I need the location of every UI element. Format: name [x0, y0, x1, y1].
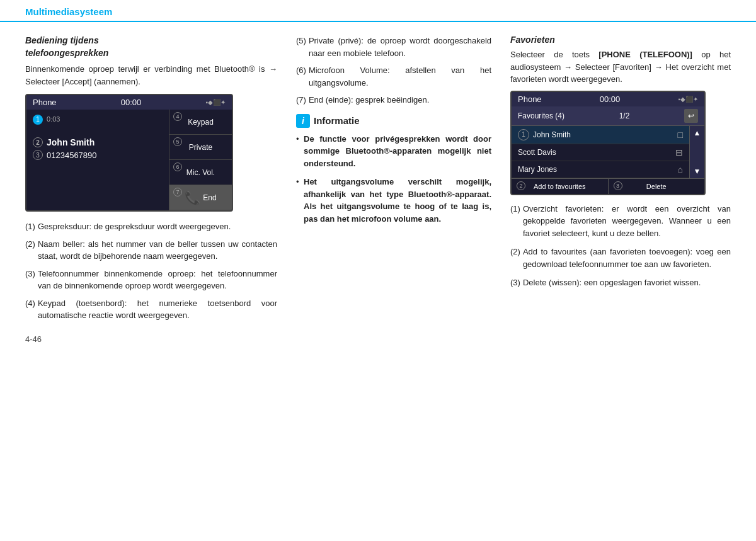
- fav-scroll-bar: ▲ ▼: [689, 126, 704, 178]
- private-btn-num: 5: [173, 137, 182, 146]
- right-intro-text: Selecteer de toets [PHONE (TELEFOON)] op…: [510, 48, 731, 86]
- list-item-num: (7): [296, 94, 306, 106]
- phone-btn-micvol[interactable]: 6 Mic. Vol.: [169, 160, 232, 185]
- fav-contact-row-2[interactable]: Scott Davis ⊟: [512, 144, 689, 161]
- fav-contact-left: Scott Davis: [518, 148, 556, 157]
- fav-subheader-label: Favourites (4): [518, 111, 564, 120]
- list-item: (3) Delete (wissen): een opgeslagen favo…: [510, 276, 731, 289]
- timer-label: 0:03: [47, 115, 60, 123]
- mid-numbered-list: (5) Private (privé): de oproep wordt doo…: [296, 35, 491, 106]
- fav-contacts-area: 1 John Smith □ Scott Davis ⊟ Mary Jone: [512, 126, 704, 178]
- micvol-btn-num: 6: [173, 162, 182, 171]
- list-item: (2) Add to favourites (aan favorieten to…: [510, 246, 731, 270]
- list-item-text: Microfoon Volume: afstellen van het uitg…: [309, 64, 491, 89]
- fav-contact-name-3: Mary Jones: [518, 165, 557, 174]
- fav-contact-row-1[interactable]: 1 John Smith □: [512, 126, 689, 144]
- list-item-text: Delete (wissen): een opgeslagen favoriet…: [523, 276, 701, 289]
- fav-delete-btn-num: 3: [614, 181, 622, 190]
- list-item: (1) Overzicht favorieten: er wordt een o…: [510, 203, 731, 240]
- fav-contact-icon-1: □: [678, 130, 683, 140]
- fav-add-btn[interactable]: 2 Add to favourites: [512, 179, 609, 194]
- list-item-num: (3): [510, 276, 520, 289]
- list-item: (4) Keypad (toetsenbord): het numerieke …: [25, 297, 277, 322]
- phone-left-panel: 1 0:03 2 John Smith 3 01234567890: [26, 110, 169, 210]
- list-item-num: (2): [510, 246, 520, 270]
- fav-add-btn-label: Add to favourites: [534, 183, 586, 190]
- info-header: i Informatie: [296, 114, 491, 128]
- list-item-text: Gespreksduur: de gespreksduur wordt weer…: [38, 220, 231, 233]
- list-item-num: (5): [296, 35, 306, 59]
- phone-btn-end[interactable]: 7 📞 End: [169, 185, 232, 210]
- phone-header-icons: ▪◆⬛✦: [205, 99, 226, 106]
- list-item-num: (2): [25, 238, 35, 263]
- fav-header: Phone 00:00 ▪◆⬛✦: [512, 92, 704, 106]
- list-item-text: Private (privé): de oproep wordt doorges…: [309, 35, 491, 59]
- page-number: 4-46: [25, 334, 277, 344]
- fav-delete-btn[interactable]: 3 Delete: [609, 179, 705, 194]
- list-item: (7) End (einde): gesprek beëindigen.: [296, 94, 491, 106]
- phone-right-panel: 4 Keypad 5 Private 6 Mic. Vol. 7 📞 En: [169, 110, 232, 210]
- list-item: (5) Private (privé): de oproep wordt doo…: [296, 35, 491, 59]
- left-column: Bediening tijdens telefoongesprekken Bin…: [25, 35, 290, 344]
- list-item: (6) Microfoon Volume: afstellen van het …: [296, 64, 491, 89]
- fav-back-button[interactable]: ↩: [684, 109, 698, 123]
- list-item-num: (4): [25, 297, 35, 322]
- fav-contact-name-2: Scott Davis: [518, 148, 556, 157]
- fav-delete-btn-label: Delete: [646, 183, 667, 190]
- phone-btn-keypad[interactable]: 4 Keypad: [169, 110, 232, 135]
- fav-contact-icon-3: ⌂: [678, 164, 683, 174]
- left-section-heading: Bediening tijdens telefoongesprekken: [25, 35, 277, 59]
- main-content: Bediening tijdens telefoongesprekken Bin…: [0, 22, 756, 356]
- info-bullet-text: De functie voor privégesprekken wordt do…: [304, 134, 491, 168]
- fav-scroll-down-btn[interactable]: ▼: [694, 167, 701, 176]
- page-header: Multimediasysteem: [0, 0, 756, 22]
- phone-timer: 1 0:03: [33, 115, 163, 125]
- phone-header-time: 00:00: [121, 98, 142, 107]
- list-item-text: Overzicht favorieten: er wordt een overz…: [523, 203, 731, 240]
- phone-btn-private[interactable]: 5 Private: [169, 135, 232, 160]
- keypad-btn-num: 4: [173, 112, 182, 121]
- phone-body: 1 0:03 2 John Smith 3 01234567890: [26, 110, 232, 210]
- fav-footer: 2 Add to favourites 3 Delete: [512, 178, 704, 194]
- left-numbered-list: (1) Gespreksduur: de gespreksduur wordt …: [25, 220, 277, 322]
- right-section-heading: Favorieten: [510, 35, 731, 45]
- fav-contact-left: 1 John Smith: [518, 129, 571, 140]
- list-item: (2) Naam beller: als het nummer van de b…: [25, 238, 277, 263]
- list-item: (3) Telefoonnummer binnenkomende oproep:…: [25, 268, 277, 292]
- mid-column: (5) Private (privé): de oproep wordt doo…: [290, 35, 504, 344]
- phone-contact-name: 2 John Smith: [33, 137, 163, 147]
- page-title: Multimediasysteem: [25, 6, 112, 17]
- list-item-text: Keypad (toetsenbord): het numerieke toet…: [38, 297, 277, 322]
- fav-scroll-up-btn[interactable]: ▲: [694, 128, 701, 137]
- fav-contact-left: Mary Jones: [518, 165, 557, 174]
- fav-contact-name-1: John Smith: [533, 130, 571, 139]
- contact-num-num-badge: 3: [33, 150, 43, 160]
- fav-phone-time: 00:00: [600, 94, 621, 104]
- list-item: (1) Gespreksduur: de gespreksduur wordt …: [25, 220, 277, 233]
- fav-add-btn-num: 2: [517, 181, 525, 190]
- phone-header: Phone 00:00 ▪◆⬛✦: [26, 95, 232, 110]
- fav-contact-row-3[interactable]: Mary Jones ⌂: [512, 161, 689, 178]
- fav-subheader: Favourites (4) 1/2 ↩: [512, 106, 704, 126]
- list-item-text: Naam beller: als het nummer van de belle…: [38, 238, 277, 263]
- info-icon: i: [296, 114, 310, 128]
- info-heading: Informatie: [314, 115, 360, 126]
- fav-contacts-list: 1 John Smith □ Scott Davis ⊟ Mary Jone: [512, 126, 689, 178]
- phone-screen-mockup: Phone 00:00 ▪◆⬛✦ 1 0:03 2 John Smith: [25, 94, 233, 212]
- fav-contact-num-circle: 1: [518, 129, 529, 140]
- info-bullet: Het uitgangsvolume verschilt mogelijk, a…: [296, 176, 491, 225]
- list-item-num: (3): [25, 268, 35, 292]
- right-numbered-list: (1) Overzicht favorieten: er wordt een o…: [510, 203, 731, 289]
- info-bullets: De functie voor privégesprekken wordt do…: [296, 133, 491, 225]
- end-icon: 📞: [185, 190, 200, 205]
- phone-contact: 2 John Smith 3 01234567890: [33, 137, 163, 160]
- info-bullet-text: Het uitgangsvolume verschilt mogelijk, a…: [304, 177, 491, 224]
- fav-page-info: 1/2: [619, 111, 630, 120]
- list-item-num: (6): [296, 64, 306, 89]
- right-column: Favorieten Selecteer de toets [PHONE (TE…: [504, 35, 731, 344]
- list-item-text: End (einde): gesprek beëindigen.: [309, 94, 430, 106]
- info-box: i Informatie De functie voor privégespre…: [296, 114, 491, 225]
- info-bullet: De functie voor privégesprekken wordt do…: [296, 133, 491, 170]
- list-item-num: (1): [510, 203, 520, 240]
- left-intro-text: Binnenkomende oproep terwijl er verbindi…: [25, 63, 277, 88]
